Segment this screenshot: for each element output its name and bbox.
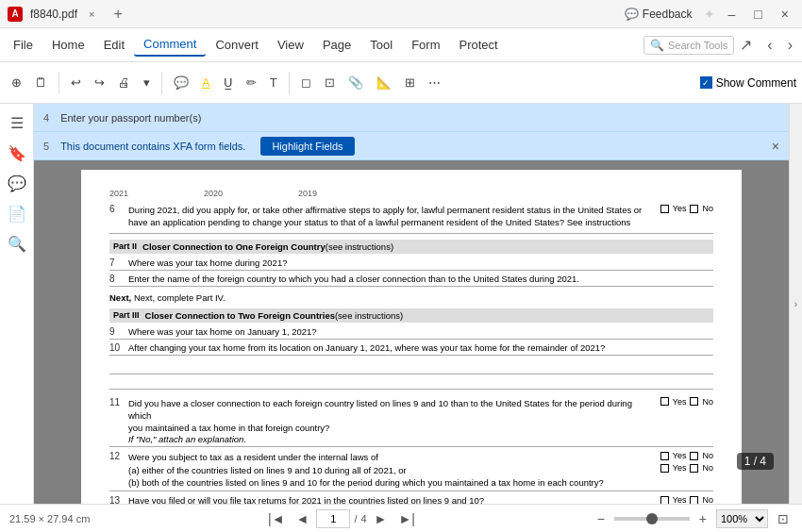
toolbar-shape[interactable]: ◻ xyxy=(295,72,317,93)
next-page-button[interactable]: ► xyxy=(371,511,392,526)
share-button[interactable]: ↗ xyxy=(734,34,758,56)
toolbar-pen[interactable]: ✏ xyxy=(241,72,262,93)
toolbar-extra[interactable]: ⋯ xyxy=(423,72,446,93)
q12-a: (a) either of the countries listed on li… xyxy=(128,464,653,476)
toolbar-group[interactable]: ⊞ xyxy=(399,72,421,93)
part3-instructions: (see instructions) xyxy=(335,310,403,321)
toolbar-btn-5[interactable]: 🖨 xyxy=(112,72,136,93)
menu-protect[interactable]: Protect xyxy=(449,34,507,56)
q11-no-checkbox[interactable] xyxy=(690,397,698,406)
q6-text: During 2021, did you apply for, or take … xyxy=(128,204,657,229)
toolbar-sep-2 xyxy=(161,72,162,94)
sidebar-icon-comment[interactable]: 💬 xyxy=(4,170,30,196)
toolbar-btn-6[interactable]: ▾ xyxy=(138,72,156,93)
fit-page-button[interactable]: ⊡ xyxy=(774,511,793,526)
toolbar-btn-1[interactable]: ⊕ xyxy=(6,72,27,93)
back-button[interactable]: ‹ xyxy=(761,35,777,56)
pdf-viewer[interactable]: 2021 2020 2019 6 During 2021, did you ap… xyxy=(34,160,789,504)
toolbar-stamp[interactable]: ⊡ xyxy=(319,72,341,93)
toolbar-btn-2[interactable]: 🗒 xyxy=(29,72,53,93)
q12-prefix: Were you subject to tax as a resident un… xyxy=(128,451,653,463)
q11-yes-no: Yes No xyxy=(660,397,713,407)
toolbar-comment[interactable]: 💬 xyxy=(168,72,194,93)
close-tab-button[interactable]: × xyxy=(85,8,98,21)
answer-lines-1 xyxy=(109,361,713,390)
close-window-button[interactable]: × xyxy=(776,5,794,24)
toolbar-text[interactable]: T xyxy=(264,72,283,93)
q13-num: 13 xyxy=(109,495,128,504)
q11-row: 11 Did you have a closer connection to e… xyxy=(109,397,713,448)
forward-button[interactable]: › xyxy=(782,35,798,56)
first-page-button[interactable]: |◄ xyxy=(264,511,289,526)
left-sidebar: ☰ 🔖 💬 📄 🔍 xyxy=(0,104,34,504)
q10-num: 10 xyxy=(109,342,128,353)
toolbar-highlight[interactable]: A xyxy=(196,72,216,93)
q7-num: 7 xyxy=(109,258,128,268)
prev-page-button[interactable]: ◄ xyxy=(292,511,313,526)
q12-no-checkbox-2[interactable] xyxy=(690,464,698,473)
q12-yes-checkbox-2[interactable] xyxy=(660,464,669,473)
menu-convert[interactable]: Convert xyxy=(206,34,268,56)
q12-yes-checkbox-1[interactable] xyxy=(660,452,669,460)
toolbar-btn-4[interactable]: ↪ xyxy=(89,72,110,93)
toolbar: ⊕ 🗒 ↩ ↪ 🖨 ▾ 💬 A U̲ ✏ T ◻ ⊡ 📎 📐 ⊞ ⋯ ✓ Sho… xyxy=(0,62,802,104)
menu-tool[interactable]: Tool xyxy=(360,34,402,56)
part2-instructions: (see instructions) xyxy=(326,241,393,252)
q6-num: 6 xyxy=(109,204,128,214)
toolbar-btn-3[interactable]: ↩ xyxy=(65,72,87,93)
q7-row: 7 Where was your tax home during 2021? xyxy=(109,258,713,271)
show-comment-checkbox[interactable]: ✓ xyxy=(700,76,712,89)
q6-yes-no: Yes No xyxy=(660,204,713,213)
q12-yes-no-1: Yes No xyxy=(660,451,713,460)
q12-yes-label-2: Yes xyxy=(673,463,687,473)
toolbar-underline[interactable]: U̲ xyxy=(218,72,239,93)
sidebar-icon-nav[interactable]: ☰ xyxy=(4,109,30,136)
q6-yes-checkbox[interactable] xyxy=(660,205,669,213)
q12-no-checkbox-1[interactable] xyxy=(690,452,698,460)
q11-yes-label: Yes xyxy=(673,397,687,407)
toolbar-sep-1 xyxy=(58,72,59,94)
menu-comment[interactable]: Comment xyxy=(134,33,206,57)
q13-yes-checkbox[interactable] xyxy=(660,496,669,504)
zoom-out-button[interactable]: − xyxy=(593,511,609,526)
minimize-button[interactable]: – xyxy=(723,5,742,24)
xfa-notification-bar: 4 Enter your passport number(s) xyxy=(34,104,789,132)
year-2020: 2020 xyxy=(204,189,223,198)
q13-text: Have you filed or will you file tax retu… xyxy=(128,495,657,504)
zoom-select[interactable]: 100% 75% 125% 150% xyxy=(716,509,768,528)
toolbar-attach[interactable]: 📎 xyxy=(343,72,369,93)
zoom-in-button[interactable]: + xyxy=(695,511,710,526)
feedback-button[interactable]: 💬 Feedback xyxy=(617,6,700,23)
highlight-fields-button[interactable]: Highlight Fields xyxy=(260,137,354,156)
sidebar-icon-page[interactable]: 📄 xyxy=(4,200,30,226)
sidebar-icon-search[interactable]: 🔍 xyxy=(4,230,30,257)
q13-no-checkbox[interactable] xyxy=(690,496,698,504)
sidebar-icon-bookmark[interactable]: 🔖 xyxy=(4,140,30,166)
xfa-close-button[interactable]: × xyxy=(772,139,779,154)
menu-file[interactable]: File xyxy=(4,34,42,56)
feedback-label: Feedback xyxy=(643,8,693,21)
menu-edit[interactable]: Edit xyxy=(94,34,134,56)
show-comment-label: Show Comment xyxy=(716,76,796,90)
q12-num: 12 xyxy=(109,451,128,461)
menu-view[interactable]: View xyxy=(268,34,313,56)
q8-num: 8 xyxy=(109,274,128,284)
right-collapse-button[interactable]: › xyxy=(789,104,802,504)
q7-text: Where was your tax home during 2021? xyxy=(128,258,287,268)
toolbar-sep-3 xyxy=(289,72,290,94)
q6-no-checkbox[interactable] xyxy=(690,205,698,213)
q11-yes-checkbox[interactable] xyxy=(660,397,669,406)
restore-button[interactable]: □ xyxy=(748,5,767,24)
menu-page[interactable]: Page xyxy=(313,34,360,56)
add-tab-button[interactable]: + xyxy=(106,6,129,23)
toolbar-measure[interactable]: 📐 xyxy=(371,72,397,93)
search-box[interactable]: 🔍 Search Tools xyxy=(643,36,734,55)
menu-home[interactable]: Home xyxy=(42,34,94,56)
zoom-thumb xyxy=(646,513,658,524)
xfa-bar: 5 This document contains XFA form fields… xyxy=(34,132,789,160)
page-input[interactable] xyxy=(316,509,350,528)
menu-form[interactable]: Form xyxy=(402,34,449,56)
zoom-slider[interactable] xyxy=(614,517,690,521)
last-page-button[interactable]: ►| xyxy=(394,511,419,526)
q11-note: If "No," attach an explanation. xyxy=(128,434,657,444)
